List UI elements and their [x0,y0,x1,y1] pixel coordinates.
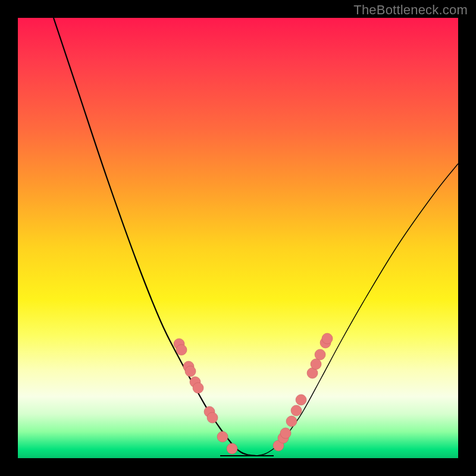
plot-area [18,18,458,458]
data-point [322,333,333,344]
curve-left [54,18,256,456]
data-point [315,349,325,360]
outer-frame: TheBottleneck.com [0,0,476,476]
data-points [174,333,333,454]
data-point [291,405,302,416]
data-point [185,366,196,377]
curve-svg [18,18,458,458]
data-point [280,428,291,439]
data-point [176,345,187,355]
data-point [217,431,228,442]
data-point [286,416,297,427]
data-point [207,412,218,423]
data-point [296,394,306,405]
watermark-text: TheBottleneck.com [353,2,468,18]
data-point [311,359,321,369]
data-point [193,383,203,393]
data-point [227,443,237,454]
curve-right [256,164,458,456]
